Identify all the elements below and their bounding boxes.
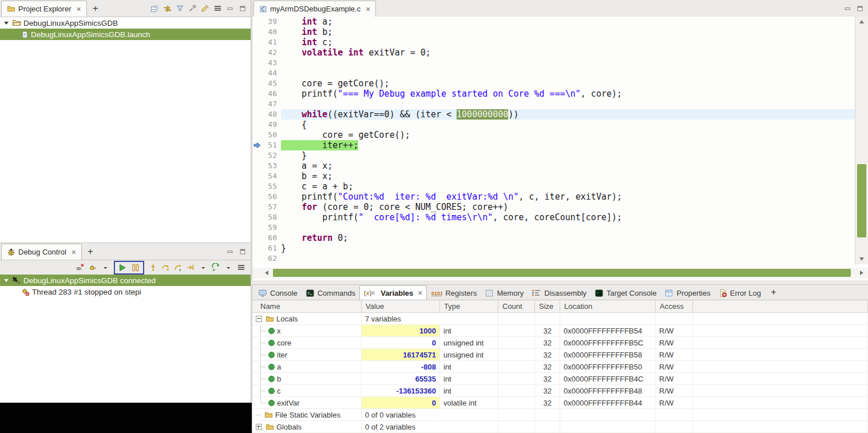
cell-value[interactable]: 1000 [362,325,440,337]
new-view-button[interactable]: + [765,287,782,298]
step-return-button[interactable]: s [173,263,183,273]
dropdown-arrow-button[interactable] [100,263,110,273]
cell-value[interactable]: 65535 [362,373,440,385]
code-line[interactable]: 50 core = getCore(); [252,130,855,140]
view-menu-button[interactable] [212,3,223,14]
code-line[interactable]: 59 [252,223,855,233]
collapse-all-button[interactable] [149,3,160,14]
code-editor[interactable]: 39 int a;40 int b;41 int c;42 volatile i… [252,17,855,264]
collapse-icon[interactable] [256,316,262,322]
code-line[interactable]: 51 iter++; [252,140,855,150]
line-number[interactable]: 62 [261,253,281,264]
column-header-access[interactable]: Access [656,300,693,312]
editor-vertical-scrollbar[interactable] [855,17,868,264]
new-view-button[interactable]: + [82,246,99,257]
line-number[interactable]: 54 [261,171,281,181]
new-view-button[interactable]: + [87,3,104,14]
column-header-location[interactable]: Location [560,300,656,312]
vertical-scroll-thumb[interactable] [857,164,866,237]
line-number[interactable]: 43 [261,58,281,68]
twistie-down-icon[interactable] [4,22,9,25]
line-number[interactable]: 49 [261,120,281,130]
line-number[interactable]: 47 [261,99,281,109]
scroll-right-icon[interactable] [860,271,863,275]
restart-button[interactable] [211,263,221,273]
tab-registers[interactable]: 0101Registers [427,286,481,300]
code-line[interactable]: 42 volatile int exitVar = 0; [252,47,855,58]
table-row[interactable]: x1000int320x0000FFFFFFFFFB54R/W [252,325,868,337]
disconnect-button[interactable] [75,263,85,273]
connect-button[interactable] [88,263,98,273]
line-number[interactable]: 48 [261,109,281,120]
scroll-down-icon[interactable] [859,257,864,261]
close-icon[interactable]: × [76,5,81,13]
expand-icon[interactable] [256,424,262,430]
table-row[interactable]: Globals0 of 2 variables [252,421,868,433]
horizontal-scroll-thumb[interactable] [273,269,851,277]
code-line[interactable]: 61} [252,243,855,253]
column-header-value[interactable]: Value [362,300,440,312]
code-line[interactable]: 46 printf("=== My Debug example started … [252,89,855,99]
tab-target-console[interactable]: Target Console [590,286,660,300]
code-line[interactable]: 47 [252,99,855,109]
line-number[interactable]: 40 [261,27,281,37]
column-header-size[interactable]: Size [535,300,560,312]
table-row[interactable]: Locals7 variables [252,313,868,325]
table-row[interactable]: c-136153360int320x0000FFFFFFFFFB48R/W [252,385,868,397]
line-number[interactable]: 50 [261,130,281,140]
line-number[interactable]: 52 [261,150,281,161]
column-header-count[interactable]: Count [498,300,535,312]
tree-item[interactable]: DebugLinuxAppSimicsGDB [0,17,251,29]
editor-horizontal-scrollbar[interactable] [252,268,868,279]
dropdown-arrow-button[interactable] [223,263,233,273]
step-over-button[interactable] [160,263,171,273]
scroll-up-icon[interactable] [859,20,864,23]
minimize-button[interactable] [225,247,235,257]
maximize-button[interactable] [237,247,248,257]
table-row[interactable]: b65535int320x0000FFFFFFFFFB4CR/W [252,373,868,385]
line-number[interactable]: 57 [261,202,281,212]
scroll-left-icon[interactable] [265,271,268,275]
close-icon[interactable]: × [366,5,370,13]
cell-value[interactable]: 16174571 [362,349,440,361]
line-number[interactable]: 44 [261,68,281,78]
tree-item[interactable]: DebugLinuxAppSimicsGDB.launch [0,29,251,40]
table-row[interactable]: core0unsigned int320x0000FFFFFFFFFB5CR/W [252,337,868,349]
maximize-button[interactable] [855,3,865,14]
step-to-button[interactable] [185,263,196,273]
line-number[interactable]: 61 [261,243,281,253]
tree-item[interactable]: Thread 283 #1 stopped on stepi [0,286,251,297]
cell-value[interactable]: 0 [362,337,440,349]
tab-console[interactable]: Console [254,286,302,300]
code-line[interactable]: 58 printf(" core[%d]: %d times\r\n", cor… [252,212,855,223]
toolbar-menu-button[interactable] [236,263,246,273]
line-number[interactable]: 60 [261,233,281,243]
clear-button[interactable] [200,3,210,14]
cell-value[interactable]: -808 [362,361,440,373]
filter-button[interactable] [175,3,185,14]
column-header-name[interactable]: Name [252,300,362,312]
tab-disassembly[interactable]: Disassembly [528,286,590,300]
close-icon[interactable]: × [72,248,76,256]
twistie-down-icon[interactable] [4,279,9,282]
line-number[interactable]: 46 [261,89,281,99]
tab-variables[interactable]: (x)=Variables× [359,285,427,300]
code-line[interactable]: 53 a = x; [252,161,855,171]
table-row[interactable]: exitVar0volatile int320x0000FFFFFFFFFB44… [252,397,868,409]
code-line[interactable]: 49 { [252,120,855,130]
tab-project-explorer[interactable]: Project Explorer × [1,1,87,17]
tab-memory[interactable]: Memory [481,286,528,300]
code-line[interactable]: 57 for (core = 0; core < NUM_CORES; core… [252,202,855,212]
link-with-editor-button[interactable] [162,3,172,14]
code-line[interactable]: 40 int b; [252,27,855,37]
line-number[interactable]: 51 [261,140,281,150]
line-number[interactable]: 53 [261,161,281,171]
code-line[interactable]: 52 } [252,150,855,161]
tab-commands[interactable]: Commands [302,286,359,300]
cell-value[interactable]: 0 [362,397,440,409]
cell-value[interactable]: -136153360 [362,385,440,397]
customize-view-button[interactable] [187,3,197,14]
line-number[interactable]: 41 [261,37,281,47]
tab-editor-file[interactable]: myArmDSDebugExample.c × [253,1,376,17]
line-number[interactable]: 56 [261,192,281,202]
